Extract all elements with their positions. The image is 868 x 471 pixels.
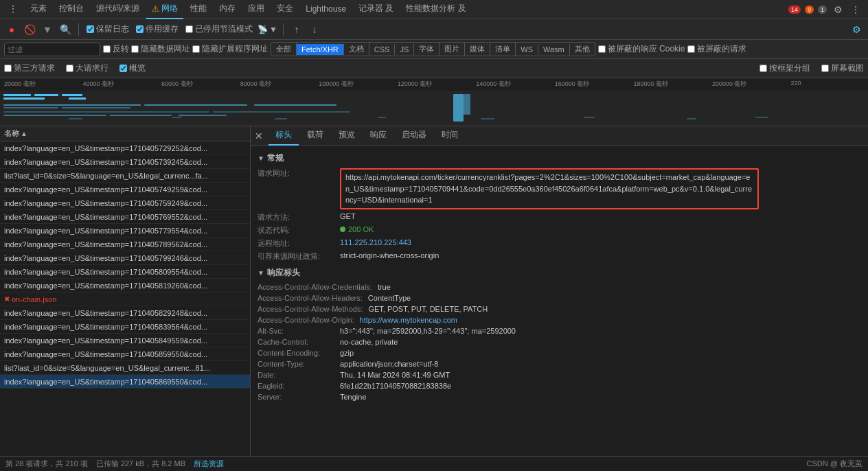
screenshot-checkbox[interactable]: 屏幕截图 bbox=[821, 62, 864, 74]
chip-css[interactable]: CSS bbox=[369, 44, 396, 55]
svg-rect-2 bbox=[62, 94, 82, 96]
tab-preview[interactable]: 预览 bbox=[332, 126, 362, 146]
disable-cache-checkbox[interactable]: 停用缓存 bbox=[136, 23, 179, 35]
tab-initiator[interactable]: 启动器 bbox=[395, 126, 433, 146]
acao-credentials-row: Access-Control-Allow-Credentials: true bbox=[258, 283, 861, 291]
large-row-checkbox[interactable]: 大请求行 bbox=[66, 62, 108, 74]
hide-data-url-checkbox[interactable]: 隐藏数据网址 bbox=[131, 43, 190, 55]
tab-performance[interactable]: 性能 bbox=[185, 0, 212, 19]
request-item[interactable]: index?language=en_US&timestamp=171040574… bbox=[0, 183, 250, 196]
request-item[interactable]: index?language=en_US&timestamp=171040580… bbox=[0, 265, 250, 279]
request-item[interactable]: index?language=en_US&timestamp=171040573… bbox=[0, 155, 250, 169]
acao-headers-row: Access-Control-Allow-Headers: ContentTyp… bbox=[258, 294, 861, 302]
chip-manifest[interactable]: 清单 bbox=[490, 43, 516, 56]
request-item[interactable]: index?language=en_US&timestamp=171040576… bbox=[0, 210, 250, 224]
request-item[interactable]: index?language=en_US&timestamp=171040578… bbox=[0, 238, 250, 251]
preserve-log-checkbox[interactable]: 保留日志 bbox=[87, 23, 129, 35]
request-item[interactable]: list?last_id=0&size=5&language=en_US&leg… bbox=[0, 361, 250, 375]
alt-svc-row: Alt-Svc: h3=":443"; ma=2592000,h3-29=":4… bbox=[258, 327, 861, 335]
request-item[interactable]: index?language=en_US&timestamp=171040579… bbox=[0, 251, 250, 265]
request-item-selected[interactable]: index?language=en_US&timestamp=171040586… bbox=[0, 375, 250, 389]
record-button[interactable]: ● bbox=[4, 22, 19, 37]
download-icon[interactable]: ↓ bbox=[307, 22, 322, 37]
upload-icon[interactable]: ↑ bbox=[289, 22, 304, 37]
chip-media[interactable]: 媒体 bbox=[465, 43, 490, 56]
chip-wasm[interactable]: Wasm bbox=[538, 44, 570, 55]
tab-element[interactable]: 元素 bbox=[25, 0, 52, 19]
server-row: Server: Tengine bbox=[258, 393, 861, 401]
chip-img[interactable]: 图片 bbox=[439, 43, 465, 56]
request-item[interactable]: index?language=en_US&timestamp=171040583… bbox=[0, 320, 250, 334]
chip-fetch-xhr[interactable]: Fetch/XHR bbox=[297, 44, 344, 55]
third-party-checkbox[interactable]: 第三方请求 bbox=[4, 62, 55, 74]
tab-preview-label: 预览 bbox=[339, 129, 355, 141]
tab-memory[interactable]: 内存 bbox=[214, 0, 241, 19]
close-details-button[interactable]: ✕ bbox=[255, 130, 263, 141]
section-general-header[interactable]: ▼ 常规 bbox=[258, 152, 861, 164]
request-item-error[interactable]: ✖ on-chain.json bbox=[0, 292, 250, 306]
more-options-icon[interactable]: ⋮ bbox=[849, 3, 863, 16]
request-item[interactable]: index?language=en_US&timestamp=171040584… bbox=[0, 334, 250, 347]
svg-rect-4 bbox=[69, 97, 86, 100]
timeline[interactable]: 20000 毫秒 40000 毫秒 60000 毫秒 80000 毫秒 1000… bbox=[0, 78, 868, 126]
svg-rect-12 bbox=[3, 115, 106, 116]
request-item[interactable]: index?language=en_US&timestamp=171040575… bbox=[0, 196, 250, 210]
svg-rect-1 bbox=[34, 94, 58, 96]
overview-checkbox[interactable]: 概览 bbox=[119, 62, 146, 74]
tab-console[interactable]: 控制台 bbox=[54, 0, 89, 19]
tab-lighthouse[interactable]: Lighthouse bbox=[300, 0, 352, 19]
date-value: Thu, 14 Mar 2024 08:41:49 GMT bbox=[340, 371, 450, 379]
request-item[interactable]: list?last_id=0&size=5&language=en_US&leg… bbox=[0, 169, 250, 183]
invert-label: 反转 bbox=[113, 43, 129, 55]
svg-rect-17 bbox=[69, 118, 82, 119]
tab-security[interactable]: 安全 bbox=[271, 0, 299, 19]
request-item[interactable]: index?language=en_US&timestamp=171040577… bbox=[0, 224, 250, 238]
chip-font[interactable]: 字体 bbox=[414, 43, 439, 56]
request-url-value[interactable]: https://api.mytokenapi.com/ticker/curren… bbox=[340, 168, 759, 209]
filter-icon[interactable]: ▼ bbox=[40, 22, 55, 37]
error-badge: 14 bbox=[788, 5, 801, 14]
request-item[interactable]: index?language=en_US&timestamp=171040581… bbox=[0, 279, 250, 292]
chip-ws[interactable]: WS bbox=[516, 44, 538, 55]
error-icon: ✖ bbox=[4, 295, 10, 303]
tab-headers[interactable]: 标头 bbox=[269, 126, 299, 146]
tab-source[interactable]: 源代码/来源 bbox=[91, 0, 145, 19]
disable-stream-label: 已停用节流模式 bbox=[195, 23, 253, 35]
blocked-cookie-checkbox[interactable]: 被屏蔽的响应 Cookie bbox=[598, 43, 685, 55]
tab-network[interactable]: ⚠ 网络 bbox=[146, 0, 183, 19]
section-response-headers[interactable]: ▼ 响应标头 bbox=[258, 267, 861, 279]
tab-recorder[interactable]: 记录器 及 bbox=[353, 0, 399, 19]
tab-response[interactable]: 响应 bbox=[363, 126, 393, 146]
throttle-dropdown[interactable]: 📡 ▼ bbox=[258, 25, 277, 34]
settings-icon[interactable]: ⚙ bbox=[831, 3, 845, 16]
request-item[interactable]: index?language=en_US&timestamp=171040572… bbox=[0, 141, 250, 155]
tab-payload[interactable]: 载荷 bbox=[300, 126, 330, 146]
blocked-request-checkbox[interactable]: 被屏蔽的请求 bbox=[687, 43, 746, 55]
tab-dev-tools-menu[interactable]: ⋮ bbox=[3, 0, 23, 19]
svg-rect-13 bbox=[110, 115, 172, 116]
group-by-frame-checkbox[interactable]: 按框架分组 bbox=[760, 62, 810, 74]
chip-js[interactable]: JS bbox=[395, 44, 414, 55]
tab-initiator-label: 启动器 bbox=[402, 129, 426, 141]
details-content: ▼ 常规 请求网址: https://api.mytokenapi.com/ti… bbox=[251, 146, 868, 456]
disable-stream-checkbox[interactable]: 已停用节流模式 bbox=[185, 23, 253, 35]
chip-all[interactable]: 全部 bbox=[271, 43, 297, 56]
cache-control-label: Cache-Control: bbox=[258, 338, 340, 346]
select-resources-link[interactable]: 所选资源 bbox=[194, 459, 224, 469]
tab-security-label: 安全 bbox=[277, 3, 293, 14]
filter-input[interactable] bbox=[4, 43, 100, 56]
tab-timing[interactable]: 时间 bbox=[435, 126, 465, 146]
request-item[interactable]: index?language=en_US&timestamp=171040582… bbox=[0, 306, 250, 320]
cache-control-row: Cache-Control: no-cache, private bbox=[258, 338, 861, 346]
tab-perf-insights[interactable]: 性能数据分析 及 bbox=[400, 0, 471, 19]
search-button[interactable]: 🔍 bbox=[58, 22, 73, 37]
chip-doc[interactable]: 文档 bbox=[344, 43, 369, 56]
invert-checkbox[interactable]: 反转 bbox=[103, 43, 129, 55]
clear-button[interactable]: 🚫 bbox=[22, 22, 37, 37]
settings-icon-toolbar[interactable]: ⚙ bbox=[849, 22, 864, 37]
chip-other[interactable]: 其他 bbox=[570, 43, 595, 56]
hide-extension-url-checkbox[interactable]: 隐藏扩展程序网址 bbox=[192, 43, 268, 55]
tab-application[interactable]: 应用 bbox=[242, 0, 270, 19]
request-item[interactable]: index?language=en_US&timestamp=171040585… bbox=[0, 347, 250, 361]
timeline-label-6: 140000 毫秒 bbox=[473, 80, 552, 89]
